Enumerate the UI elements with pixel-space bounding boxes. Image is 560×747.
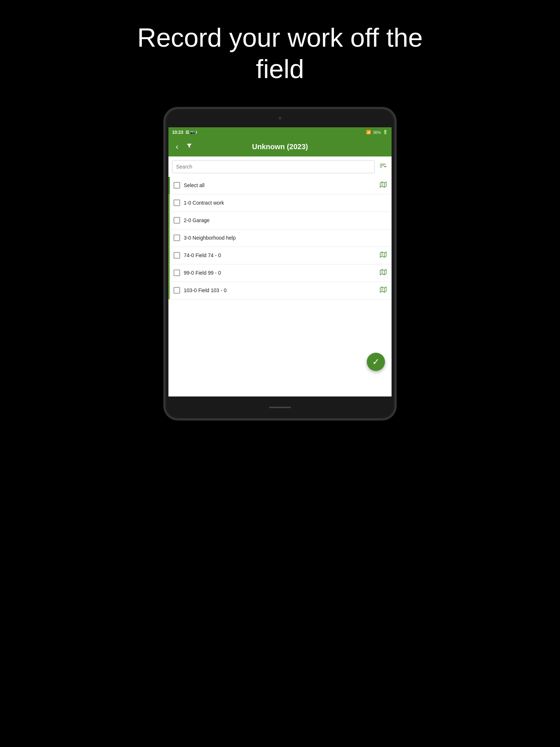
checkbox-1[interactable] <box>174 200 180 206</box>
status-bar: 10:23 🖼 📷 ℹ 📶 36% 🔋 <box>168 127 392 138</box>
status-time: 10:23 <box>172 130 183 135</box>
screen-inner: Select all 1-0 Contract work <box>168 156 392 396</box>
label-5: 99-0 Field 99 - 0 <box>184 270 380 276</box>
label-select-all: Select all <box>184 182 380 188</box>
back-button[interactable]: ‹ <box>173 141 181 153</box>
map-icon-select-all[interactable] <box>380 181 386 189</box>
notification-icon: 📷 <box>190 130 195 134</box>
label-6: 103-0 Field 103 - 0 <box>184 287 380 293</box>
sort-button[interactable] <box>378 160 388 173</box>
map-icon-6[interactable] <box>380 286 386 294</box>
list-item-3[interactable]: 3-0 Neighborhood help <box>168 229 392 247</box>
confirm-fab[interactable]: ✓ <box>367 353 385 371</box>
status-left: 10:23 🖼 📷 ℹ <box>172 130 197 135</box>
list-item-select-all[interactable]: Select all <box>168 177 392 194</box>
list-item-2[interactable]: 2-0 Garage <box>168 212 392 229</box>
svg-marker-0 <box>380 182 386 187</box>
map-icon-4[interactable] <box>380 251 386 259</box>
list-container: Select all 1-0 Contract work <box>168 177 392 396</box>
search-input[interactable] <box>172 160 375 173</box>
label-4: 74-0 Field 74 - 0 <box>184 252 380 258</box>
label-1: 1-0 Contract work <box>184 200 386 206</box>
home-indicator <box>269 407 291 408</box>
tablet-screen: 10:23 🖼 📷 ℹ 📶 36% 🔋 ‹ U <box>168 127 392 396</box>
app-bar-title: Unknown (2023) <box>252 143 308 151</box>
checkbox-select-all[interactable] <box>174 182 180 189</box>
list-item-1[interactable]: 1-0 Contract work <box>168 194 392 212</box>
checkbox-3[interactable] <box>174 235 180 241</box>
search-bar-wrapper <box>168 156 392 177</box>
label-2: 2-0 Garage <box>184 217 386 223</box>
checkbox-4[interactable] <box>174 252 180 259</box>
checkbox-2[interactable] <box>174 217 180 224</box>
checkbox-5[interactable] <box>174 270 180 276</box>
app-bar: ‹ Unknown (2023) <box>168 138 392 156</box>
page-hero-title: Record your work off the field <box>116 22 444 85</box>
map-icon-5[interactable] <box>380 269 386 277</box>
status-right: 📶 36% 🔋 <box>366 130 388 135</box>
wifi-icon: 📶 <box>366 130 371 135</box>
tablet-top-bezel <box>166 109 394 127</box>
svg-marker-9 <box>380 287 386 293</box>
battery-icon: 🔋 <box>383 130 388 135</box>
camera <box>279 117 281 120</box>
status-icons: 🖼 📷 ℹ <box>186 130 197 134</box>
filter-button[interactable] <box>186 143 192 151</box>
info-icon: ℹ <box>196 130 197 134</box>
tablet-frame: 10:23 🖼 📷 ℹ 📶 36% 🔋 ‹ U <box>163 107 397 421</box>
tablet-bottom-bezel <box>166 396 394 418</box>
svg-marker-6 <box>380 270 386 275</box>
list-item-4[interactable]: 74-0 Field 74 - 0 <box>168 247 392 264</box>
label-3: 3-0 Neighborhood help <box>184 235 386 241</box>
fab-container: ✓ <box>367 353 385 371</box>
checkbox-6[interactable] <box>174 287 180 294</box>
image-icon: 🖼 <box>186 130 189 134</box>
content-area: Select all 1-0 Contract work <box>168 156 392 396</box>
svg-marker-3 <box>380 252 386 258</box>
battery-text: 36% <box>373 130 381 135</box>
list-item-5[interactable]: 99-0 Field 99 - 0 <box>168 264 392 282</box>
list-item-6[interactable]: 103-0 Field 103 - 0 <box>168 282 392 299</box>
